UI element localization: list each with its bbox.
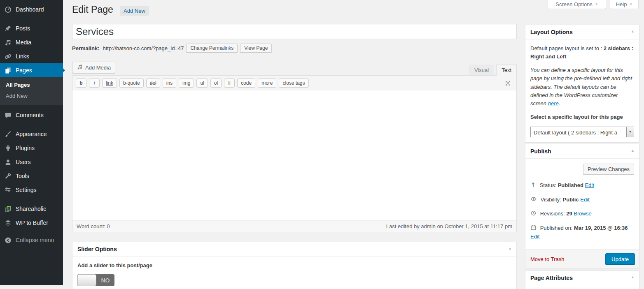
text-editor: b i link b-quote del ins img ul ol li co… xyxy=(72,75,517,232)
layout-options-panel: Layout Options ▲ Default pages layout is… xyxy=(525,25,639,143)
view-page-button[interactable]: View Page xyxy=(240,44,272,53)
sidebar-item-appearance[interactable]: Appearance xyxy=(0,127,63,141)
layout-description-end: . xyxy=(559,100,560,106)
sidebar-item-label: Posts xyxy=(16,25,30,32)
visibility-value: Public xyxy=(563,197,579,203)
quicktag-close-tags-button[interactable]: close tags xyxy=(279,79,308,88)
help-tab[interactable]: Help ▼ xyxy=(610,0,639,9)
sidebar-item-shareaholic[interactable]: Shareaholic xyxy=(0,202,63,216)
quicktag-img-button[interactable]: img xyxy=(179,79,194,88)
preview-row: Preview Changes xyxy=(530,164,634,175)
distraction-free-expand-icon[interactable] xyxy=(504,80,511,88)
revisions-row: Revisions: 29 Browse xyxy=(530,210,634,219)
move-to-trash-link[interactable]: Move to Trash xyxy=(530,256,564,262)
quicktag-ins-button[interactable]: ins xyxy=(163,79,176,88)
quicktag-ul-button[interactable]: ul xyxy=(196,79,208,88)
slider-options-body: Add a slider to this post/page NO xyxy=(72,257,516,289)
add-new-button[interactable]: Add New xyxy=(120,6,149,16)
published-on-row: Published on: Mar 19, 2015 @ 16:36 Edit xyxy=(530,224,634,241)
submenu-item-all-pages[interactable]: All Pages xyxy=(0,79,63,90)
comments-icon xyxy=(4,111,12,119)
plug-icon xyxy=(4,144,12,152)
wordpress-edit-page-screen: Dashboard Posts Media Links Pages All Pa… xyxy=(0,0,644,289)
screen-options-tab[interactable]: Screen Options ▼ xyxy=(548,0,606,9)
tab-visual[interactable]: Visual xyxy=(469,65,494,76)
slider-options-panel: Slider Options ▲ Add a slider to this po… xyxy=(72,242,517,289)
content-textarea[interactable] xyxy=(72,90,516,220)
menu-separator xyxy=(0,105,63,108)
add-media-label: Add Media xyxy=(85,65,111,71)
panel-collapse-icon[interactable]: ▲ xyxy=(631,275,635,279)
quicktag-li-button[interactable]: li xyxy=(224,79,235,88)
sidebar-item-wp-to-buffer[interactable]: WP to Buffer xyxy=(0,216,63,230)
publish-panel: Publish ▲ Preview Changes Status: Publis… xyxy=(525,144,639,269)
quicktag-del-button[interactable]: del xyxy=(146,79,160,88)
sidebar-item-label: Links xyxy=(16,53,29,60)
add-media-button[interactable]: Add Media xyxy=(72,62,115,73)
screen-options-label: Screen Options xyxy=(555,1,593,7)
edit-published-date-link[interactable]: Edit xyxy=(530,234,539,240)
quicktag-bquote-button[interactable]: b-quote xyxy=(119,79,144,88)
calendar-icon xyxy=(530,224,537,233)
quicktag-link-button[interactable]: link xyxy=(102,79,117,88)
pushpin-icon xyxy=(4,24,12,32)
sidebar-item-label: Plugins xyxy=(16,145,35,151)
layout-options-title: Layout Options xyxy=(530,29,573,35)
permalink-label: Permalink: xyxy=(72,45,99,51)
post-title-input[interactable] xyxy=(72,24,517,39)
sidebar-item-links[interactable]: Links xyxy=(0,49,63,63)
collapse-arrow-icon xyxy=(4,236,12,244)
change-permalinks-button[interactable]: Change Permalinks xyxy=(186,44,238,53)
quicktag-code-button[interactable]: code xyxy=(237,79,255,88)
browse-revisions-link[interactable]: Browse xyxy=(574,210,591,217)
layout-select-dropdown[interactable]: Default layout ( 2 sidebars : Right a ▼ xyxy=(530,127,634,137)
sidebar-item-label: Tools xyxy=(16,173,29,179)
sidebar-item-label: Dashboard xyxy=(16,6,44,13)
sidebar-item-tools[interactable]: Tools xyxy=(0,169,63,183)
post-status-pin-icon xyxy=(530,182,536,190)
chevron-down-icon: ▼ xyxy=(629,130,632,134)
media-icon xyxy=(4,38,12,46)
select-dropdown-button[interactable]: ▼ xyxy=(626,127,634,137)
menu-separator xyxy=(0,122,63,127)
toggle-knob[interactable] xyxy=(77,274,96,286)
panel-collapse-icon[interactable]: ▲ xyxy=(508,246,512,250)
page-attributes-header[interactable]: Page Attributes ▲ xyxy=(525,271,639,285)
collapse-menu-button[interactable]: Collapse menu xyxy=(0,233,63,247)
quicktags-toolbar: b i link b-quote del ins img ul ol li co… xyxy=(72,76,516,90)
sidebar-item-settings[interactable]: Settings xyxy=(0,183,63,197)
edit-visibility-link[interactable]: Edit xyxy=(580,197,589,203)
panel-collapse-icon[interactable]: ▲ xyxy=(631,148,635,153)
update-button[interactable]: Update xyxy=(605,253,635,265)
panel-collapse-icon[interactable]: ▲ xyxy=(631,29,635,33)
quicktag-italic-button[interactable]: i xyxy=(89,79,100,88)
slider-options-header[interactable]: Slider Options ▲ xyxy=(72,242,516,257)
status-value: Published xyxy=(558,182,583,188)
quicktag-bold-button[interactable]: b xyxy=(76,79,86,88)
sidebar-item-pages[interactable]: Pages xyxy=(0,63,63,77)
sidebar-item-label: Settings xyxy=(16,187,37,193)
publish-header[interactable]: Publish ▲ xyxy=(525,144,639,159)
slider-toggle-switch[interactable]: NO xyxy=(77,274,114,286)
sidebar-item-label: Comments xyxy=(16,112,44,118)
sidebar-item-media[interactable]: Media xyxy=(0,35,63,49)
last-edited-info: Last edited by admin on October 1, 2015 … xyxy=(386,223,512,229)
sidebar-item-posts[interactable]: Posts xyxy=(0,21,63,35)
revisions-clock-icon xyxy=(530,210,537,219)
sidebar-item-users[interactable]: Users xyxy=(0,155,63,169)
sidebar-item-plugins[interactable]: Plugins xyxy=(0,141,63,155)
submenu-item-add-new[interactable]: Add New xyxy=(0,90,63,102)
page-attributes-title: Page Attributes xyxy=(530,275,573,281)
pages-icon xyxy=(4,66,12,74)
quicktag-more-button[interactable]: more xyxy=(258,79,276,88)
sidebar-item-comments[interactable]: Comments xyxy=(0,108,63,122)
quicktag-ol-button[interactable]: ol xyxy=(210,79,222,88)
visibility-row: Visibility: Public Edit xyxy=(530,196,634,205)
wrench-icon xyxy=(4,172,12,180)
tab-text[interactable]: Text xyxy=(496,65,517,76)
layout-options-header[interactable]: Layout Options ▲ xyxy=(525,25,639,39)
preview-changes-button[interactable]: Preview Changes xyxy=(583,164,634,175)
customizer-here-link[interactable]: here xyxy=(548,100,559,106)
edit-status-link[interactable]: Edit xyxy=(585,182,594,188)
sidebar-item-dashboard[interactable]: Dashboard xyxy=(0,2,63,16)
